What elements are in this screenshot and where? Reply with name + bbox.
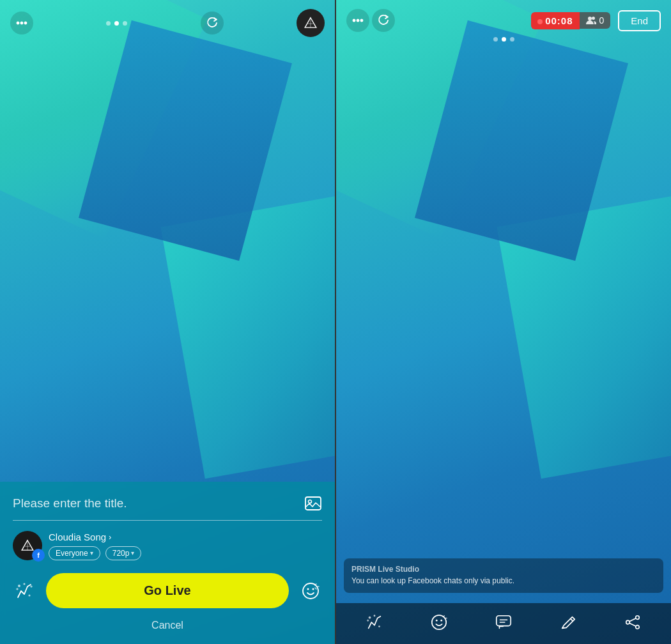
chat-overlay: PRISM Live Studio You can look up Facebo… <box>344 558 663 593</box>
user-row: f Cloudia Song › Everyone ▾ 720p ▾ <box>13 531 322 560</box>
svg-point-22 <box>374 615 376 617</box>
live-setup-panel: Please enter the title. <box>0 482 335 644</box>
quality-label: 720p <box>112 549 130 558</box>
page-dots-left <box>106 21 127 26</box>
viewers-number: 0 <box>599 15 605 26</box>
user-chevron-icon: › <box>109 532 111 542</box>
svg-point-14 <box>303 583 318 599</box>
more-options-button[interactable] <box>10 12 33 34</box>
facebook-badge: f <box>32 549 45 562</box>
share-button[interactable] <box>621 611 644 634</box>
refresh-button-right[interactable] <box>372 9 395 32</box>
dot-r1 <box>493 37 498 42</box>
pencil-button[interactable] <box>557 611 580 634</box>
right-top-bar: 00:08 0 End <box>336 0 671 37</box>
svg-point-11 <box>18 585 20 587</box>
chat-message: You can look up Facebook chats only via … <box>351 576 656 586</box>
svg-point-13 <box>24 583 26 585</box>
svg-point-2 <box>25 22 27 24</box>
cancel-row: Cancel <box>13 615 322 634</box>
more-options-button-right[interactable] <box>346 9 369 32</box>
user-name-row[interactable]: Cloudia Song › <box>49 532 141 542</box>
svg-line-35 <box>629 623 635 626</box>
emoji-button-left[interactable] <box>299 579 322 602</box>
chat-sender: PRISM Live Studio <box>351 565 656 574</box>
svg-point-18 <box>357 20 359 22</box>
chat-button[interactable] <box>492 611 515 634</box>
title-placeholder[interactable]: Please enter the title. <box>13 496 127 510</box>
svg-point-23 <box>432 615 446 629</box>
svg-rect-6 <box>305 497 321 510</box>
svg-point-1 <box>21 22 23 24</box>
svg-line-30 <box>562 627 564 628</box>
svg-line-34 <box>629 618 635 622</box>
left-top-bar <box>0 0 335 42</box>
dot-2 <box>114 21 119 26</box>
svg-point-24 <box>436 620 438 622</box>
svg-point-17 <box>353 20 355 22</box>
svg-point-0 <box>17 22 19 24</box>
user-name: Cloudia Song <box>49 532 106 542</box>
svg-line-29 <box>571 618 573 621</box>
svg-point-33 <box>635 625 639 629</box>
action-row: Go Live <box>13 573 322 608</box>
live-timer-group: 00:08 0 <box>531 12 610 29</box>
svg-point-12 <box>29 594 31 596</box>
end-button[interactable]: End <box>618 10 661 31</box>
face-effects-button[interactable] <box>428 611 451 634</box>
dot-r2 <box>502 37 506 42</box>
dot-r3 <box>510 37 514 42</box>
svg-rect-26 <box>497 616 511 626</box>
svg-point-31 <box>635 616 639 620</box>
pills-row: Everyone ▾ 720p ▾ <box>49 546 141 560</box>
prism-logo-left <box>297 9 325 37</box>
dot-3 <box>123 21 127 26</box>
audience-arrow-icon: ▾ <box>90 549 93 556</box>
refresh-button-left[interactable] <box>201 12 224 34</box>
live-timer-display: 00:08 <box>531 12 579 29</box>
viewers-count: 0 <box>580 12 611 29</box>
dot-1 <box>106 21 111 26</box>
svg-point-21 <box>378 625 380 627</box>
svg-point-25 <box>441 620 443 622</box>
user-info: Cloudia Song › Everyone ▾ 720p ▾ <box>49 532 141 560</box>
bottom-toolbar-right <box>336 603 671 644</box>
quality-arrow-icon: ▾ <box>131 549 134 556</box>
svg-point-16 <box>312 588 314 590</box>
audience-pill[interactable]: Everyone ▾ <box>49 546 100 560</box>
image-picker-icon[interactable] <box>304 494 322 512</box>
svg-point-20 <box>369 617 371 619</box>
svg-point-19 <box>361 20 363 22</box>
go-live-button[interactable]: Go Live <box>46 573 289 608</box>
effects-button-right[interactable] <box>363 611 386 634</box>
title-underline <box>13 520 322 521</box>
avatar-wrap: f <box>13 531 42 560</box>
svg-point-7 <box>309 500 312 503</box>
svg-point-15 <box>307 588 309 590</box>
svg-point-32 <box>626 620 629 624</box>
effects-button-left[interactable] <box>13 579 36 602</box>
cancel-button[interactable]: Cancel <box>151 620 183 631</box>
quality-pill[interactable]: 720p ▾ <box>105 546 142 560</box>
audience-label: Everyone <box>56 549 88 558</box>
right-panel: 00:08 0 End PRISM Live Studio You can lo… <box>336 0 671 644</box>
left-panel: Please enter the title. <box>0 0 335 644</box>
title-row: Please enter the title. <box>13 494 322 512</box>
